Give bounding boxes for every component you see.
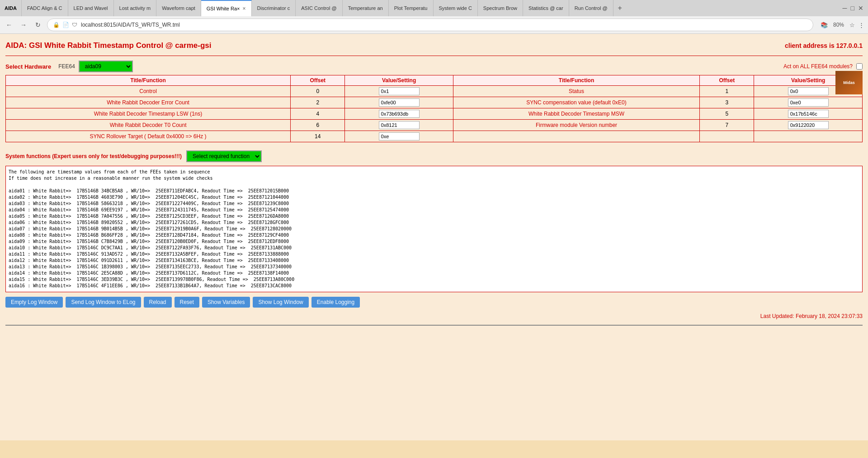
table-row: White Rabbit Decoder T0 Count6Firmware m… [6, 120, 863, 131]
left-func-cell: White Rabbit Decoder Error Count [6, 97, 291, 108]
left-offset-cell: 14 [291, 131, 345, 142]
page-icon: 📄 [62, 22, 69, 28]
act-all-checkbox[interactable] [856, 63, 863, 70]
bottom-divider [5, 325, 863, 326]
hardware-label: Select Hardware [5, 63, 51, 70]
bookmarks-icon[interactable]: 📚 [821, 22, 828, 28]
maximize-icon[interactable]: □ [851, 5, 854, 12]
right-func-cell [453, 131, 699, 142]
reload-button[interactable]: Reload [144, 297, 172, 308]
left-func-cell: SYNC Rollover Target ( Default 0x4000 =>… [6, 131, 291, 142]
right-offset-header: Offset [700, 75, 754, 86]
tab-spectrum[interactable]: Spectrum Brow [478, 0, 523, 16]
tab-statistics[interactable]: Statistics @ car [523, 0, 569, 16]
left-value-cell [345, 120, 453, 131]
tab-controls: ─ □ ✕ [838, 0, 868, 16]
tab-temperature[interactable]: Temperature an [343, 0, 389, 16]
table-row: SYNC Rollover Target ( Default 0x4000 =>… [6, 131, 863, 142]
title-divider [5, 56, 863, 56]
reload-button[interactable]: ↻ [33, 19, 43, 30]
system-func-select[interactable]: Select required function Option 1 Option… [186, 150, 262, 162]
address-bar-row: ← → ↻ 🔒 📄 🛡 localhost:8015/AIDA/TS_WR/TS… [0, 16, 868, 33]
forward-button[interactable]: → [18, 19, 29, 30]
show-variables-button[interactable]: Show Variables [202, 297, 250, 308]
minimize-icon[interactable]: ─ [843, 5, 847, 12]
left-value-input[interactable] [379, 98, 420, 107]
new-tab-button[interactable]: + [613, 0, 627, 16]
right-value-input[interactable] [788, 87, 829, 95]
main-data-table: Title/Function Offset Value/Setting Titl… [5, 75, 863, 142]
right-value-input[interactable] [788, 110, 829, 118]
left-value-input[interactable] [379, 110, 420, 118]
fee64-label: FEE64 [58, 63, 75, 70]
tab-asic[interactable]: ASIC Control @ [296, 0, 342, 16]
left-offset-cell: 0 [291, 86, 345, 97]
right-func-cell: Status [453, 86, 699, 97]
left-func-header: Title/Function [6, 75, 291, 86]
right-value-input[interactable] [788, 98, 829, 107]
left-value-cell [345, 131, 453, 142]
left-value-cell [345, 97, 453, 108]
right-func-cell: White Rabbit Decoder Timestamp MSW [453, 108, 699, 120]
right-value-cell [754, 120, 863, 131]
tab-waveform[interactable]: Waveform capt [156, 0, 201, 16]
right-offset-cell: 7 [700, 120, 754, 131]
address-text: localhost:8015/AIDA/TS_WR/TS_WR.tml [81, 22, 807, 28]
close-window-icon[interactable]: ✕ [858, 5, 863, 12]
left-value-cell [345, 108, 453, 120]
tab-fadc[interactable]: FADC Align & C [22, 0, 68, 16]
send-log-button[interactable]: Send Log Window to ELog [66, 297, 141, 308]
tab-plot[interactable]: Plot Temperatu [389, 0, 434, 16]
address-bar[interactable]: 🔒 📄 🛡 localhost:8015/AIDA/TS_WR/TS_WR.tm… [47, 19, 813, 31]
logo-text: Midas [843, 80, 855, 85]
left-func-cell: Control [6, 86, 291, 97]
system-func-row: System functions (Expert users only for … [5, 147, 863, 166]
hardware-select[interactable]: aida09 aida01 aida02 aida03 [79, 61, 133, 72]
left-offset-cell: 6 [291, 120, 345, 131]
page-content: AIDA: GSI White Rabbit Timestamp Control… [0, 34, 868, 440]
right-value-input[interactable] [788, 121, 829, 129]
browser-chrome: AIDA FADC Align & C LED and Wavel Lost a… [0, 0, 868, 34]
tab-aida[interactable]: AIDA [0, 0, 22, 16]
act-all-label: Act on ALL FEE64 modules? [783, 63, 853, 70]
tab-run[interactable]: Run Control @ [569, 0, 613, 16]
table-row: White Rabbit Decoder Timestamp LSW (1ns)… [6, 108, 863, 120]
enable-logging-button[interactable]: Enable Logging [311, 297, 360, 308]
empty-log-button[interactable]: Empty Log Window [5, 297, 63, 308]
reset-button[interactable]: Reset [175, 297, 199, 308]
right-offset-cell: 1 [700, 86, 754, 97]
star-icon[interactable]: ☆ [849, 22, 855, 28]
left-offset-cell: 2 [291, 97, 345, 108]
right-offset-cell [700, 131, 754, 142]
right-func-cell: Firmware module Version number [453, 120, 699, 131]
left-func-cell: White Rabbit Decoder Timestamp LSW (1ns) [6, 108, 291, 120]
security-icon: 🔒 [53, 22, 60, 28]
tab-led[interactable]: LED and Wavel [68, 0, 114, 16]
left-func-cell: White Rabbit Decoder T0 Count [6, 120, 291, 131]
tab-bar: AIDA FADC Align & C LED and Wavel Lost a… [0, 0, 868, 16]
right-offset-cell: 3 [700, 97, 754, 108]
left-value-input[interactable] [379, 87, 420, 95]
tab-discriminator[interactable]: Discriminator c [252, 0, 296, 16]
right-icons: 📚 80% ☆ ⋮ [821, 21, 864, 29]
table-row: Control0Status1 [6, 86, 863, 97]
page-title: AIDA: GSI White Rabbit Timestamp Control… [5, 41, 211, 50]
tab-gsi[interactable]: GSI White Ra× × [201, 0, 252, 16]
left-value-input[interactable] [379, 132, 420, 140]
left-value-input[interactable] [379, 121, 420, 129]
back-button[interactable]: ← [4, 19, 14, 30]
tab-lost[interactable]: Lost activity m [114, 0, 157, 16]
left-offset-cell: 4 [291, 108, 345, 120]
page-title-row: AIDA: GSI White Rabbit Timestamp Control… [5, 37, 863, 54]
close-tab-icon[interactable]: × [242, 5, 245, 12]
more-icon[interactable]: ⋮ [859, 22, 864, 28]
address-icons: 🔒 📄 🛡 [53, 22, 77, 28]
system-func-label: System functions (Expert users only for … [5, 153, 182, 159]
header-top: AIDA: GSI White Rabbit Timestamp Control… [5, 37, 863, 54]
right-value-cell [754, 131, 863, 142]
left-value-header: Value/Setting [345, 75, 453, 86]
show-log-button[interactable]: Show Log Window [253, 297, 308, 308]
client-address: client address is 127.0.0.1 [785, 42, 863, 49]
zoom-level: 80% [831, 21, 846, 29]
tab-system[interactable]: System wide C [434, 0, 478, 16]
